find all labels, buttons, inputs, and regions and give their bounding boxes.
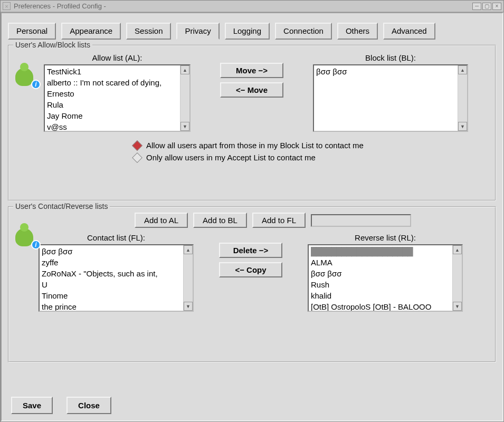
tab-appearance[interactable]: Appearance	[61, 23, 121, 40]
list-item[interactable]: ALMA	[311, 257, 450, 268]
reverse-scrollbar[interactable]: ▲ ▼	[452, 245, 462, 311]
list-item[interactable]: βσσ βσσ	[42, 246, 181, 257]
list-item[interactable]: v@ss	[47, 121, 178, 131]
allow-listbox[interactable]: TestNick1alberto :: I'm not scared of dy…	[44, 64, 191, 132]
add-to-fl-button[interactable]: Add to FL	[252, 213, 306, 228]
save-button[interactable]: Save	[11, 397, 53, 414]
titlebar: × Preferences - Profiled Config - ─ ▢ ×	[1, 1, 503, 12]
tab-connection[interactable]: Connection	[275, 23, 332, 40]
move-right-button[interactable]: Move −>	[220, 63, 283, 78]
allow-scrollbar[interactable]: ▲ ▼	[180, 65, 189, 131]
tab-advanced[interactable]: Advanced	[383, 23, 435, 40]
contact-reverse-legend: User's Contact/Reverse lists	[13, 202, 110, 210]
scroll-up-icon[interactable]: ▲	[453, 245, 462, 254]
close-button[interactable]: Close	[66, 397, 111, 414]
contact-reverse-fieldset: User's Contact/Reverse lists i Add to AL…	[8, 206, 496, 362]
list-item[interactable]: TestNick1	[47, 66, 178, 77]
list-item[interactable]: alberto :: I'm not scared of dying,	[47, 77, 178, 88]
list-item[interactable]: βσσ βσσ	[316, 66, 455, 77]
tab-privacy[interactable]: Privacy	[176, 23, 219, 40]
contact-listbox[interactable]: βσσ βσσzyffeZoRoNaX - "Objects, such as …	[39, 244, 194, 312]
scroll-up-icon[interactable]: ▲	[184, 245, 193, 254]
window-title: Preferences - Profiled Config -	[14, 2, 472, 10]
move-left-button[interactable]: <− Move	[220, 82, 283, 98]
delete-button[interactable]: Delete −>	[219, 243, 282, 258]
scroll-down-icon[interactable]: ▼	[180, 122, 189, 131]
contact-list-block: Contact list (FL): βσσ βσσzyffeZoRoNaX -…	[39, 232, 194, 312]
reverse-list-title: Reverse list (RL):	[308, 232, 463, 244]
block-list-block: Block list (BL): βσσ βσσ ▲ ▼	[313, 52, 468, 132]
close-button[interactable]: ×	[492, 3, 501, 10]
scroll-up-icon[interactable]: ▲	[180, 65, 189, 74]
add-contact-input[interactable]	[311, 214, 411, 227]
list-item[interactable]: ████████████████████	[311, 246, 450, 257]
tab-personal[interactable]: Personal	[8, 23, 56, 40]
list-item[interactable]: the prince	[42, 301, 181, 311]
reverse-list-block: Reverse list (RL): ████████████████████A…	[308, 232, 463, 312]
list-item[interactable]: [OtB] OstropoloS [OtB] - BALOOO	[311, 301, 450, 311]
buddy-icon: i	[14, 223, 40, 248]
content-panel: Personal Appearance Session Privacy Logg…	[1, 12, 503, 421]
info-badge-icon: i	[31, 240, 41, 250]
tab-bar: Personal Appearance Session Privacy Logg…	[8, 23, 496, 40]
tab-others[interactable]: Others	[337, 23, 378, 40]
list-item[interactable]: zyffe	[42, 257, 181, 268]
list-item[interactable]: Jay Rome	[47, 110, 178, 121]
scroll-down-icon[interactable]: ▼	[453, 302, 462, 311]
allow-list-title: Allow list (AL):	[44, 52, 191, 64]
maximize-button[interactable]: ▢	[482, 3, 491, 10]
footer-buttons: Save Close	[11, 397, 111, 414]
scroll-down-icon[interactable]: ▼	[458, 122, 467, 131]
radio-allow-all-label: Allow all users apart from those in my B…	[146, 141, 364, 150]
diamond-radio-icon	[132, 140, 142, 151]
buddy-icon: i	[14, 63, 40, 88]
list-item[interactable]: Tinome	[42, 290, 181, 301]
radio-only-accept[interactable]: Only allow users in my Accept List to co…	[134, 151, 492, 164]
contact-list-title: Contact list (FL):	[39, 232, 194, 244]
list-item[interactable]: khalid	[311, 290, 450, 301]
list-item[interactable]: U	[42, 279, 181, 290]
add-to-bl-button[interactable]: Add to BL	[193, 213, 247, 228]
radio-allow-all[interactable]: Allow all users apart from those in my B…	[134, 139, 492, 151]
contact-scrollbar[interactable]: ▲ ▼	[183, 245, 193, 311]
block-listbox[interactable]: βσσ βσσ ▲ ▼	[313, 64, 468, 132]
allow-block-fieldset: User's Allow/Block lists i Allow list (A…	[8, 45, 496, 201]
block-scrollbar[interactable]: ▲ ▼	[458, 65, 467, 131]
contact-policy-radio-group: Allow all users apart from those in my B…	[134, 139, 492, 164]
block-list-title: Block list (BL):	[313, 52, 468, 64]
minimize-button[interactable]: ─	[472, 3, 481, 10]
allow-block-legend: User's Allow/Block lists	[13, 41, 92, 49]
scroll-up-icon[interactable]: ▲	[458, 65, 467, 74]
list-item[interactable]: Ernesto	[47, 88, 178, 99]
close-icon[interactable]: ×	[3, 2, 11, 10]
copy-button[interactable]: <− Copy	[219, 262, 282, 277]
reverse-listbox[interactable]: ████████████████████ALMAβσσ βσσRushkhali…	[308, 244, 463, 312]
list-item[interactable]: Rula	[47, 99, 178, 110]
allow-list-block: Allow list (AL): TestNick1alberto :: I'm…	[44, 52, 191, 132]
list-item[interactable]: βσσ βσσ	[311, 268, 450, 279]
scroll-down-icon[interactable]: ▼	[184, 302, 193, 311]
info-badge-icon: i	[31, 80, 41, 89]
preferences-window: × Preferences - Profiled Config - ─ ▢ × …	[0, 0, 504, 422]
tab-session[interactable]: Session	[126, 23, 171, 40]
tab-logging[interactable]: Logging	[225, 23, 270, 40]
window-controls: ─ ▢ ×	[472, 3, 501, 10]
diamond-radio-icon	[132, 152, 142, 163]
list-item[interactable]: ZoRoNaX - "Objects, such as int,	[42, 268, 181, 279]
add-to-al-button[interactable]: Add to AL	[135, 213, 188, 228]
list-item[interactable]: Rush	[311, 279, 450, 290]
radio-only-accept-label: Only allow users in my Accept List to co…	[146, 153, 316, 162]
